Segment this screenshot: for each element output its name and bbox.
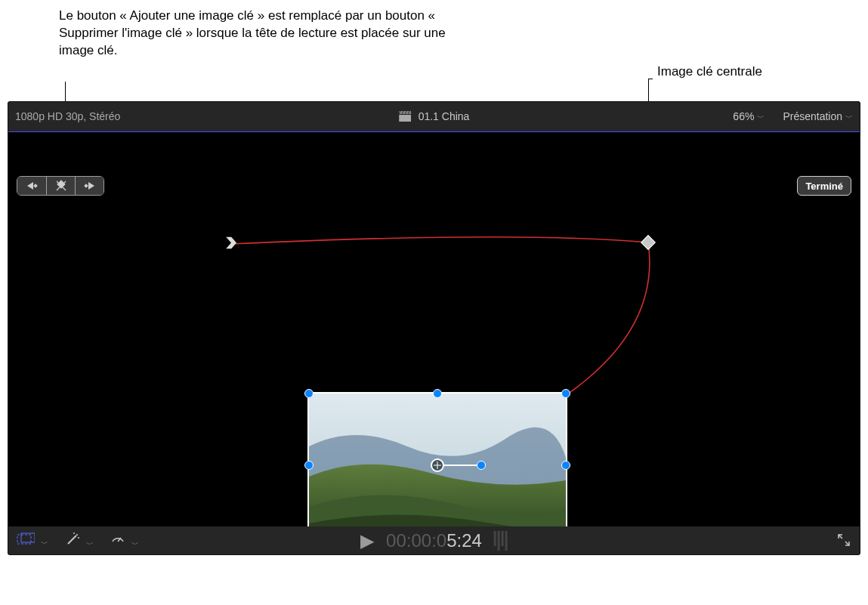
clip-bounds-icon[interactable]: ﹀ <box>17 532 48 549</box>
magic-wand-icon[interactable]: ﹀ <box>65 532 94 550</box>
rotation-arm <box>443 465 480 466</box>
skimmer-level-icon <box>494 531 508 551</box>
timecode-display[interactable]: ▶ 00:00:05:24 <box>360 530 508 551</box>
transform-frame[interactable] <box>307 392 567 539</box>
svg-rect-0 <box>399 115 411 122</box>
svg-rect-8 <box>57 180 65 188</box>
play-icon: ▶ <box>360 530 374 551</box>
clapperboard-icon <box>399 111 411 122</box>
delete-keyframe-button[interactable] <box>46 177 75 195</box>
keyframe-nav <box>17 176 104 196</box>
timecode-bright: 5:24 <box>446 530 482 551</box>
zoom-popup[interactable]: 66%﹀ <box>733 110 765 123</box>
resize-handle-ml[interactable] <box>304 461 314 470</box>
annotation-delete-kf: Le bouton « Ajouter une image clé » est … <box>59 8 467 60</box>
svg-point-18 <box>76 534 78 536</box>
viewer-canvas[interactable]: Terminé <box>8 132 860 526</box>
chevron-down-icon: ﹀ <box>86 540 94 548</box>
anchor-point[interactable] <box>431 458 444 472</box>
format-label: 1080p HD 30p, Stéréo <box>15 110 120 122</box>
clip-title: 01.1 China <box>399 110 470 122</box>
timecode-dim: 00:00:0 <box>386 530 446 551</box>
chevron-down-icon: ﹀ <box>845 113 853 122</box>
viewer-topbar: 1080p HD 30p, Stéréo 01.1 China 66%﹀ Pré… <box>8 101 860 131</box>
center-keyframe-handle[interactable] <box>641 235 656 250</box>
done-button[interactable]: Terminé <box>797 176 851 196</box>
resize-handle-mr[interactable] <box>561 461 570 470</box>
prev-keyframe-button[interactable] <box>17 177 46 195</box>
fullscreen-icon[interactable] <box>836 532 851 550</box>
rotation-handle[interactable] <box>477 461 486 470</box>
chevron-down-icon: ﹀ <box>131 540 139 548</box>
svg-rect-11 <box>84 184 88 188</box>
chevron-down-icon: ﹀ <box>757 113 765 122</box>
svg-rect-7 <box>33 184 38 188</box>
svg-line-17 <box>68 536 76 544</box>
svg-point-20 <box>78 537 79 539</box>
next-keyframe-button[interactable] <box>75 177 103 195</box>
svg-marker-12 <box>88 182 94 190</box>
viewer-window: 1080p HD 30p, Stéréo 01.1 China 66%﹀ Pré… <box>8 101 860 555</box>
resize-handle-tc[interactable] <box>433 389 442 398</box>
start-keyframe-icon[interactable] <box>226 237 236 252</box>
chevron-down-icon: ﹀ <box>41 539 48 548</box>
svg-point-19 <box>73 532 75 534</box>
annotation-center-kf: Image clé centrale <box>657 63 762 81</box>
resize-handle-tr[interactable] <box>561 389 570 398</box>
svg-marker-13 <box>226 237 236 249</box>
svg-marker-6 <box>27 182 33 190</box>
view-menu[interactable]: Présentation﹀ <box>783 110 853 123</box>
viewer-bottombar: ﹀ ﹀ ﹀ ▶ 00:00:05:24 <box>8 526 860 555</box>
clip-name: 01.1 China <box>419 110 470 122</box>
resize-handle-tl[interactable] <box>304 389 314 398</box>
leader-line <box>648 79 653 79</box>
retime-speed-icon[interactable]: ﹀ <box>110 532 139 550</box>
